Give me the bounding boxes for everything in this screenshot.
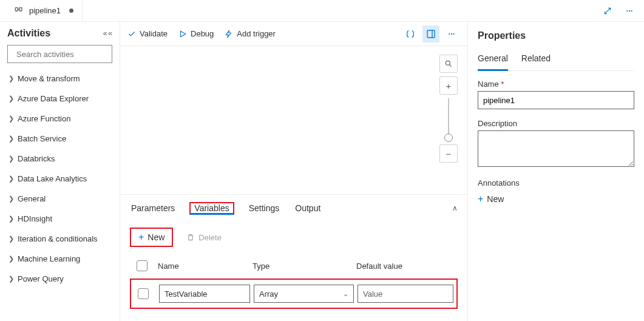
check-icon	[127, 30, 136, 38]
chevron-right-icon: ❯	[8, 235, 14, 243]
variable-default-input[interactable]: Value	[358, 285, 453, 303]
expand-icon[interactable]	[599, 2, 616, 19]
header-type: Type	[253, 262, 353, 271]
chevron-right-icon: ❯	[8, 175, 14, 183]
search-activities-field[interactable]	[16, 50, 118, 59]
properties-panel: Properties General Related Name * Descri…	[468, 22, 644, 321]
pipeline-name-input[interactable]	[478, 91, 634, 109]
svg-rect-1	[19, 7, 22, 10]
properties-title: Properties	[478, 30, 634, 41]
chevron-down-icon: ⌄	[343, 290, 348, 298]
new-variable-button[interactable]: + New	[130, 228, 173, 247]
svg-rect-3	[427, 30, 435, 38]
tab-output[interactable]: Output	[294, 197, 322, 219]
zoom-in-button[interactable]: +	[439, 76, 458, 95]
plus-icon: +	[138, 232, 144, 243]
search-icon	[444, 59, 453, 68]
chevron-right-icon: ❯	[8, 115, 14, 123]
tab-general[interactable]: General	[478, 50, 508, 71]
chevron-right-icon: ❯	[8, 95, 14, 103]
validate-button[interactable]: Validate	[127, 29, 168, 38]
config-panel: Parameters Variables Settings Output ∧ +…	[120, 194, 467, 321]
trash-icon	[186, 233, 195, 242]
sidebar-item-iteration-conditionals[interactable]: ❯Iteration & conditionals	[7, 231, 112, 247]
variable-row: TestVariable Array ⌄ Value	[130, 279, 458, 309]
chevron-right-icon: ❯	[8, 275, 14, 283]
sidebar-item-azure-function[interactable]: ❯Azure Function	[7, 110, 112, 127]
chevron-right-icon: ❯	[8, 195, 14, 203]
tab-right-actions: ···	[599, 2, 644, 19]
sidebar-title: Activities	[7, 28, 50, 39]
sidebar-item-azure-data-explorer[interactable]: ❯Azure Data Explorer	[7, 90, 112, 107]
sidebar-item-power-query[interactable]: ❯Power Query	[7, 271, 112, 287]
description-textarea[interactable]	[478, 130, 634, 167]
debug-button[interactable]: Debug	[178, 29, 214, 38]
sidebar-item-batch-service[interactable]: ❯Batch Service	[7, 130, 112, 147]
zoom-slider[interactable]	[448, 98, 449, 141]
code-view-icon[interactable]	[402, 25, 419, 42]
header-name: Name	[158, 262, 249, 271]
select-all-checkbox[interactable]	[137, 260, 147, 271]
config-tabs: Parameters Variables Settings Output ∧	[120, 195, 467, 221]
sidebar-item-hdinsight[interactable]: ❯HDInsight	[7, 211, 112, 227]
pipeline-icon	[15, 6, 24, 16]
chevron-right-icon: ❯	[8, 215, 14, 223]
zoom-out-button[interactable]: −	[439, 144, 458, 163]
zoom-slider-thumb[interactable]	[444, 133, 453, 142]
pipeline-editor: Validate Debug Add trigger ···	[120, 22, 468, 321]
variable-name-input[interactable]: TestVariable	[159, 285, 250, 303]
svg-point-4	[446, 61, 450, 65]
chevron-right-icon: ❯	[8, 255, 14, 263]
tab-parameters[interactable]: Parameters	[130, 197, 176, 219]
chevron-right-icon: ❯	[8, 155, 14, 163]
add-trigger-button[interactable]: Add trigger	[225, 29, 276, 38]
pipeline-canvas[interactable]: + −	[120, 46, 467, 194]
tab-variables[interactable]: Variables	[189, 202, 234, 215]
zoom-fit-button[interactable]	[439, 55, 458, 73]
name-label: Name *	[478, 79, 634, 89]
tab-related[interactable]: Related	[521, 50, 551, 70]
toolbar-more-icon[interactable]: ···	[443, 25, 460, 42]
config-collapse-icon[interactable]: ∧	[452, 204, 458, 212]
svg-rect-0	[15, 7, 18, 10]
row-checkbox[interactable]	[138, 288, 149, 299]
sidebar-item-move-transform[interactable]: ❯Move & transform	[7, 70, 112, 87]
pipeline-toolbar: Validate Debug Add trigger ···	[120, 22, 467, 46]
plus-icon: +	[478, 194, 483, 204]
sidebar-item-general[interactable]: ❯General	[7, 191, 112, 207]
variable-type-select[interactable]: Array ⌄	[254, 285, 354, 303]
new-annotation-button[interactable]: + New	[478, 194, 504, 204]
play-icon	[178, 30, 187, 38]
header-default: Default value	[356, 262, 452, 271]
search-activities-input[interactable]	[7, 45, 112, 63]
more-icon[interactable]: ···	[621, 2, 638, 19]
annotations-label: Annotations	[478, 178, 634, 188]
sidebar-item-databricks[interactable]: ❯Databricks	[7, 150, 112, 167]
activities-sidebar: Activities «« ❯Move & transform ❯Azure D…	[0, 22, 120, 321]
properties-toggle-icon[interactable]	[422, 25, 439, 42]
variables-header: Name Type Default value	[130, 255, 458, 276]
sidebar-item-data-lake-analytics[interactable]: ❯Data Lake Analytics	[7, 171, 112, 187]
sidebar-item-machine-learning[interactable]: ❯Machine Learning	[7, 251, 112, 267]
tab-bar: pipeline1 ···	[0, 0, 644, 22]
chevron-right-icon: ❯	[8, 75, 14, 83]
properties-tabs: General Related	[478, 50, 634, 71]
description-label: Description	[478, 119, 634, 128]
sidebar-collapse-icon[interactable]: ««	[103, 29, 112, 38]
pipeline-tab[interactable]: pipeline1	[6, 0, 83, 21]
unsaved-dot-icon	[69, 8, 73, 13]
zoom-controls: + −	[439, 55, 458, 163]
chevron-right-icon: ❯	[8, 135, 14, 143]
tab-title: pipeline1	[29, 6, 61, 15]
tab-settings[interactable]: Settings	[248, 197, 281, 219]
delete-variable-button: Delete	[179, 230, 229, 245]
lightning-icon	[225, 30, 233, 38]
